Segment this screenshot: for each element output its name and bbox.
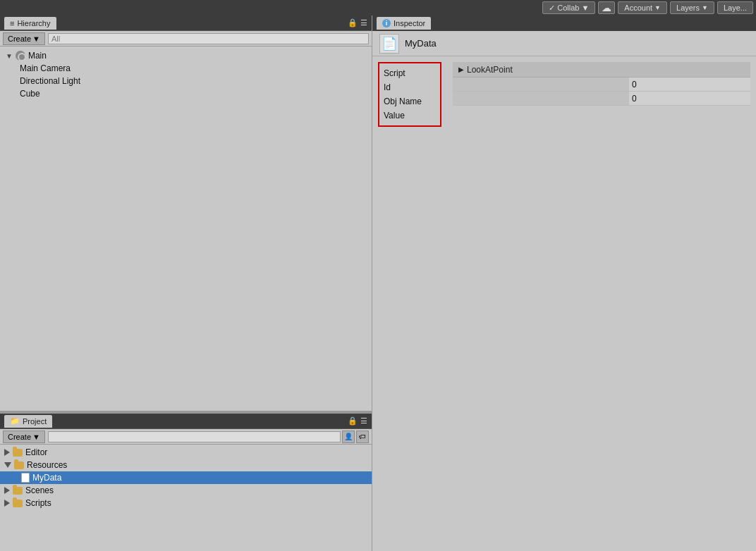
account-label: Account xyxy=(624,4,652,12)
hierarchy-item-directional-light[interactable]: Directional Light xyxy=(0,75,372,87)
hierarchy-create-label: Create xyxy=(8,35,31,43)
left-panel: ≡ Hierarchy 🔒 ☰ Create ▼ ▼ xyxy=(0,16,372,551)
inspector-header: i Inspector xyxy=(372,16,756,31)
project-menu-icon[interactable]: ☰ xyxy=(360,416,367,426)
resources-folder-icon xyxy=(14,462,24,469)
project-search-person-icon[interactable]: 👤 xyxy=(342,431,355,443)
hierarchy-item-cube[interactable]: Cube xyxy=(0,87,372,100)
project-item-editor[interactable]: Editor xyxy=(0,446,372,459)
project-item-resources[interactable]: Resources xyxy=(0,459,372,471)
project-item-editor-label: Editor xyxy=(25,447,47,457)
lookat-header: ▶ LookAtPoint xyxy=(453,62,750,78)
layers-button[interactable]: Layers ▼ xyxy=(670,1,714,14)
hierarchy-item-main[interactable]: ▼ Main xyxy=(0,49,372,62)
scripts-collapse-icon xyxy=(4,500,10,507)
hierarchy-tab-icon: ≡ xyxy=(10,19,14,27)
hierarchy-menu-icon[interactable]: ☰ xyxy=(360,18,367,27)
project-header-icons: 🔒 ☰ xyxy=(348,416,367,426)
hierarchy-item-main-label: Main xyxy=(28,51,47,61)
hierarchy-tab-label: Hierarchy xyxy=(17,19,50,27)
hierarchy-create-button[interactable]: Create ▼ xyxy=(3,32,45,45)
asset-file-icon: 📄 xyxy=(382,36,397,51)
script-label: Script xyxy=(384,68,406,78)
project-item-mydata-label: MyData xyxy=(32,473,61,483)
layers-arrow-icon: ▼ xyxy=(702,4,708,11)
lock-icon[interactable]: 🔒 xyxy=(348,18,358,27)
project-item-scenes[interactable]: Scenes xyxy=(0,484,372,497)
project-content: Editor Resources MyData Scenes xyxy=(0,445,372,551)
project-tab[interactable]: 📁 Project xyxy=(4,415,52,428)
inspector-info-icon: i xyxy=(382,19,391,27)
lookat-field-2[interactable] xyxy=(632,93,748,104)
collab-label: Collab xyxy=(557,4,579,12)
project-lock-icon[interactable]: 🔒 xyxy=(348,416,358,426)
hierarchy-header-icons: 🔒 ☰ xyxy=(348,18,367,27)
project-header: 📁 Project 🔒 ☰ xyxy=(0,414,372,429)
project-search-input[interactable] xyxy=(48,431,341,442)
account-arrow-icon: ▼ xyxy=(654,4,661,11)
collab-button[interactable]: ✓ Collab ▼ xyxy=(542,1,595,14)
project-search-area: 👤 🏷 xyxy=(48,431,369,443)
hierarchy-item-main-camera-label: Main Camera xyxy=(20,63,71,73)
component-area: Script Id Obj Name Value ▶ xyxy=(372,56,756,132)
collab-check-icon: ✓ xyxy=(549,4,555,13)
lookat-prop-value-1[interactable] xyxy=(629,78,750,91)
top-bar: ✓ Collab ▼ ☁ Account ▼ Layers ▼ Laye... xyxy=(0,0,756,16)
lookat-field-1[interactable] xyxy=(632,79,748,90)
main-area: ≡ Hierarchy 🔒 ☰ Create ▼ ▼ xyxy=(0,16,756,551)
project-tab-folder-icon: 📁 xyxy=(10,416,20,426)
scenes-folder-icon xyxy=(13,487,23,495)
hierarchy-content: ▼ Main Main Camera Directional Light Cub… xyxy=(0,47,372,411)
lookat-prop-row-1 xyxy=(453,78,750,92)
project-tab-label: Project xyxy=(23,417,47,426)
lookat-prop-value-2[interactable] xyxy=(629,92,750,105)
lookat-props xyxy=(453,78,750,106)
hierarchy-search-input[interactable] xyxy=(48,33,369,44)
project-panel: 📁 Project 🔒 ☰ Create ▼ 👤 🏷 xyxy=(0,414,372,551)
lookat-prop-label-1 xyxy=(453,78,629,91)
project-create-arrow-icon: ▼ xyxy=(32,433,40,441)
layers2-label: Laye... xyxy=(724,4,747,12)
lookat-component: ▶ LookAtPoint xyxy=(453,62,750,106)
id-label: Id xyxy=(384,82,391,92)
lookat-prop-label-2 xyxy=(453,92,629,105)
project-item-resources-label: Resources xyxy=(27,460,67,470)
project-item-scripts[interactable]: Scripts xyxy=(0,497,372,509)
asset-icon: 📄 xyxy=(379,34,399,54)
mydata-icon xyxy=(21,473,30,483)
script-box: Script Id Obj Name Value xyxy=(378,62,441,127)
hierarchy-item-directional-light-label: Directional Light xyxy=(20,76,80,86)
editor-folder-icon xyxy=(13,449,23,457)
editor-collapse-icon xyxy=(4,449,10,456)
project-search-tag-icon[interactable]: 🏷 xyxy=(356,431,369,443)
hierarchy-tab[interactable]: ≡ Hierarchy xyxy=(4,17,56,30)
lookat-prop-row-2 xyxy=(453,92,750,106)
value-row: Value xyxy=(384,109,436,123)
lookat-label: LookAtPoint xyxy=(467,65,513,75)
objname-row: Obj Name xyxy=(384,94,436,109)
cloud-button[interactable]: ☁ xyxy=(598,1,615,14)
id-row: Id xyxy=(384,80,436,94)
project-create-label: Create xyxy=(8,433,31,441)
account-button[interactable]: Account ▼ xyxy=(618,1,667,14)
hierarchy-item-cube-label: Cube xyxy=(20,89,40,99)
hierarchy-item-main-camera[interactable]: Main Camera xyxy=(0,62,372,75)
hierarchy-create-arrow-icon: ▼ xyxy=(32,35,40,43)
inspector-asset-name: MyData xyxy=(405,38,437,49)
inspector-tab[interactable]: i Inspector xyxy=(377,17,431,30)
collab-arrow-icon: ▼ xyxy=(581,4,589,12)
cloud-icon: ☁ xyxy=(602,2,611,13)
resources-collapse-icon xyxy=(4,462,11,468)
script-row-label: Script xyxy=(384,66,436,80)
project-toolbar: Create ▼ 👤 🏷 xyxy=(0,429,372,445)
project-create-button[interactable]: Create ▼ xyxy=(3,431,45,443)
layers2-button[interactable]: Laye... xyxy=(717,1,753,14)
scripts-folder-icon xyxy=(13,500,23,507)
project-item-scenes-label: Scenes xyxy=(25,485,54,495)
objname-label: Obj Name xyxy=(384,97,422,106)
project-item-mydata[interactable]: MyData xyxy=(0,471,372,484)
value-label: Value xyxy=(384,111,405,120)
inspector-title-bar: 📄 MyData xyxy=(372,31,756,56)
hierarchy-toolbar: Create ▼ xyxy=(0,31,372,47)
layers-label: Layers xyxy=(676,4,700,12)
